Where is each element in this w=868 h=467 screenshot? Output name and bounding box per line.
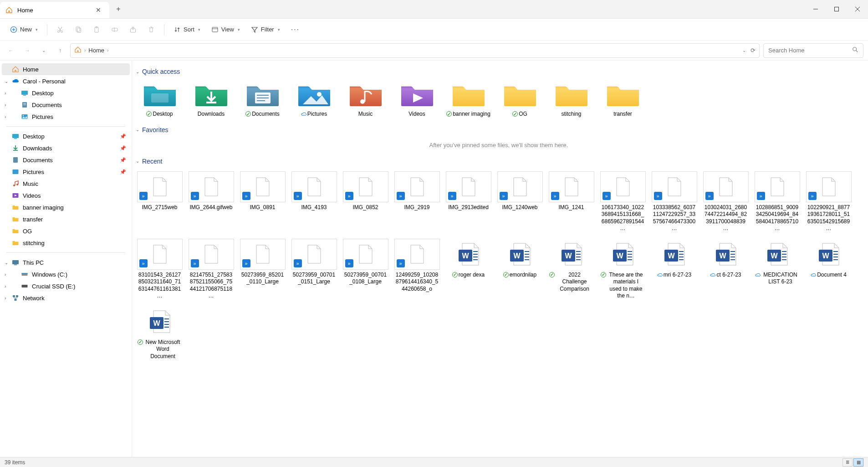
sidebar-item-od-documents[interactable]: › Documents	[2, 99, 130, 111]
recent-item[interactable]: »50273959_85201_0110_Large	[239, 237, 286, 301]
recent-item[interactable]: W roger dexa	[444, 237, 492, 301]
forward-button[interactable]: →	[21, 44, 34, 57]
recent-item[interactable]: »103338562_603711247229257_3357567466473…	[650, 169, 698, 233]
recent-item[interactable]: »106173340_10223689415131668_68659627891…	[599, 169, 647, 233]
recent-item[interactable]: »102290921_887719361728011_5163501542915…	[805, 169, 853, 233]
sidebar-item-og[interactable]: OG	[2, 225, 130, 237]
recent-item[interactable]: »IMG_2644.gifweb	[187, 169, 235, 233]
breadcrumb-segment[interactable]: Home	[88, 47, 104, 54]
recent-item[interactable]: W mri 6-27-23	[650, 237, 698, 301]
pin-icon[interactable]: 📌	[120, 157, 126, 163]
back-button[interactable]: ←	[5, 44, 17, 57]
sidebar-item-transfer[interactable]: transfer	[2, 213, 130, 225]
sidebar-item-desktop[interactable]: Desktop 📌	[2, 130, 130, 142]
recent-item[interactable]: »83101543_2612785032311640_7163144761161…	[136, 237, 184, 301]
recent-item[interactable]: »50273959_00701_0151_Large	[290, 237, 338, 301]
recent-item[interactable]: W These are the materials I used to make…	[599, 237, 647, 301]
sidebar-item-home[interactable]: Home	[2, 63, 130, 75]
icons-view-button[interactable]: ▦	[853, 458, 863, 467]
close-window-button[interactable]	[847, 0, 868, 18]
close-tab-button[interactable]: ✕	[93, 5, 104, 15]
recent-item[interactable]: »IMG_0891	[239, 169, 286, 233]
sidebar-item-drive-e[interactable]: › Crucial SSD (E:)	[2, 280, 130, 292]
refresh-button[interactable]: ⟳	[751, 47, 756, 54]
address-bar[interactable]: › Home › ⌄ ⟳	[70, 43, 760, 58]
sidebar-item-downloads[interactable]: Downloads 📌	[2, 142, 130, 154]
view-button[interactable]: View ▾	[207, 23, 245, 36]
chevron-right-icon[interactable]: ›	[5, 114, 6, 119]
copy-button[interactable]	[70, 23, 87, 36]
address-dropdown-button[interactable]: ⌄	[742, 48, 746, 53]
recent-item[interactable]: »IMG_0852	[342, 169, 389, 233]
quick-access-item[interactable]: Desktop	[136, 80, 184, 120]
sidebar-item-banner-imaging[interactable]: banner imaging	[2, 201, 130, 213]
section-header-favorites[interactable]: ⌄ Favorites	[136, 126, 862, 133]
quick-access-item[interactable]: Downloads	[187, 80, 235, 120]
chevron-right-icon[interactable]: ›	[5, 103, 6, 108]
sidebar-item-od-pictures[interactable]: › Pictures	[2, 111, 130, 123]
sort-button[interactable]: Sort ▾	[169, 23, 205, 36]
sidebar-item-music[interactable]: Music	[2, 178, 130, 190]
recent-item[interactable]: »82147551_2758387521155066_7544121706875…	[187, 237, 235, 301]
recent-item[interactable]: »IMG_1241	[547, 169, 595, 233]
tab-home[interactable]: Home ✕	[0, 2, 109, 18]
quick-access-item[interactable]: banner imaging	[444, 80, 492, 120]
quick-access-item[interactable]: Documents	[239, 80, 286, 120]
chevron-right-icon[interactable]: ›	[84, 48, 86, 53]
chevron-right-icon[interactable]: ›	[5, 284, 6, 289]
share-button[interactable]	[125, 23, 141, 36]
recent-item[interactable]: »50273959_00701_0108_Large	[342, 237, 389, 301]
maximize-button[interactable]	[826, 0, 847, 18]
quick-access-item[interactable]: transfer	[599, 80, 647, 120]
recent-item[interactable]: W 2022 Challenge Comparison	[547, 237, 595, 301]
rename-button[interactable]	[107, 23, 123, 36]
search-icon[interactable]	[852, 46, 858, 54]
pin-icon[interactable]: 📌	[120, 145, 126, 151]
pin-icon[interactable]: 📌	[120, 169, 126, 175]
chevron-right-icon[interactable]: ›	[5, 91, 6, 96]
up-button[interactable]: ↑	[54, 44, 66, 57]
recent-item[interactable]: »12499259_10208879614416340_544260658_o	[393, 237, 441, 301]
recent-item[interactable]: »IMG_2715web	[136, 169, 184, 233]
recent-item[interactable]: W MEDICATION LIST 6-23	[753, 237, 801, 301]
sidebar-item-network[interactable]: › Network	[2, 292, 130, 304]
search-box[interactable]	[763, 43, 863, 58]
sidebar-item-drive-c[interactable]: › Windows (C:)	[2, 268, 130, 280]
new-button[interactable]: New ▾	[5, 23, 42, 36]
delete-button[interactable]	[143, 23, 159, 36]
recent-item[interactable]: »IMG_2913edited	[444, 169, 492, 233]
chevron-down-icon[interactable]: ⌄	[5, 79, 8, 84]
quick-access-item[interactable]: Pictures	[290, 80, 338, 120]
new-tab-button[interactable]: +	[109, 0, 128, 18]
recent-item[interactable]: W Document 4	[805, 237, 853, 301]
quick-access-item[interactable]: Music	[342, 80, 389, 120]
chevron-down-icon[interactable]: ⌄	[5, 260, 8, 265]
recent-item[interactable]: »IMG_4193	[290, 169, 338, 233]
section-header-recent[interactable]: ⌄ Recent	[136, 158, 862, 165]
recent-item[interactable]: W emordnilap	[496, 237, 544, 301]
recent-item[interactable]: »IMG_1240web	[496, 169, 544, 233]
chevron-right-icon[interactable]: ›	[5, 296, 6, 301]
sidebar-item-stitching[interactable]: stitching	[2, 237, 130, 249]
recent-item[interactable]: W ct 6-27-23	[702, 237, 750, 301]
paste-button[interactable]	[88, 23, 105, 36]
cut-button[interactable]	[52, 23, 68, 36]
search-input[interactable]	[768, 47, 852, 54]
details-view-button[interactable]: ≣	[842, 458, 853, 467]
recent-item[interactable]: »IMG_2919	[393, 169, 441, 233]
minimize-button[interactable]	[805, 0, 826, 18]
chevron-right-icon[interactable]: ›	[5, 272, 6, 277]
recent-locations-button[interactable]: ⌄	[37, 44, 50, 57]
quick-access-item[interactable]: OG	[496, 80, 544, 120]
section-header-quick-access[interactable]: ⌄ Quick access	[136, 68, 862, 75]
sidebar-item-od-desktop[interactable]: › Desktop	[2, 87, 130, 99]
filter-button[interactable]: Filter ▾	[246, 23, 285, 36]
more-button[interactable]: ···	[286, 23, 304, 36]
sidebar-item-onedrive[interactable]: ⌄ Carol - Personal	[2, 75, 130, 87]
recent-item[interactable]: »102886851_900934250419694_8458404178865…	[753, 169, 801, 233]
sidebar-item-pictures[interactable]: Pictures 📌	[2, 166, 130, 178]
sidebar-item-documents[interactable]: Documents 📌	[2, 154, 130, 166]
recent-item[interactable]: »103024031_268074472214494_8239117000488…	[702, 169, 750, 233]
pin-icon[interactable]: 📌	[120, 133, 126, 139]
chevron-right-icon[interactable]: ›	[107, 48, 108, 53]
